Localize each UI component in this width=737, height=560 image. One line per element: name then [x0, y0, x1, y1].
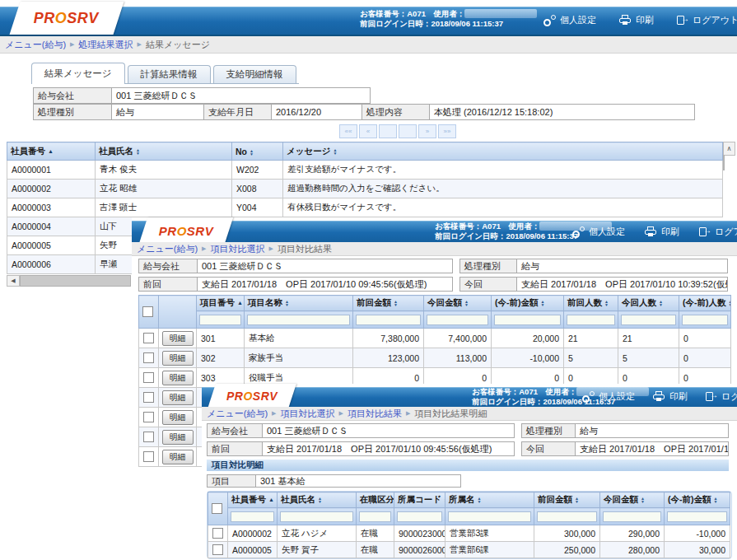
select-all-checkbox[interactable] [142, 306, 153, 317]
personal-settings-button[interactable]: 個人設定 [572, 226, 625, 238]
select-all-checkbox[interactable] [212, 503, 222, 514]
table-row[interactable]: A0000002 立花 昭雄 X008 超過勤務時間の入力をご確認ください。 [7, 180, 723, 198]
logout-button[interactable]: →ログアウト [699, 226, 737, 238]
pager-next-button[interactable]: » [418, 124, 436, 138]
personal-settings-button[interactable]: 個人設定 [582, 390, 635, 403]
vertical-scrollbar[interactable]: ∧ [723, 142, 735, 217]
col-cur-amount[interactable]: 今回金額▲▼ [600, 492, 665, 508]
col-prev-count[interactable]: 前回人数▲▼ [564, 296, 618, 311]
table-row[interactable]: A0000002 立花 ハジメ 在職 9000023000 営業部3課 300,… [208, 525, 730, 542]
breadcrumb-menu[interactable]: メニュー(給与) [137, 243, 198, 255]
horizontal-scrollbar[interactable]: ◀ [7, 275, 131, 287]
row-checkbox[interactable] [143, 372, 154, 383]
filter-input[interactable] [494, 315, 561, 325]
filter-cur-count [618, 311, 679, 329]
pager-last-button[interactable]: »» [438, 124, 456, 138]
col-prev-amount[interactable]: 前回金額▲▼ [534, 492, 600, 508]
filter-input[interactable] [448, 511, 531, 522]
detail-button[interactable]: 明細 [162, 351, 194, 366]
row-checkbox[interactable] [143, 352, 154, 363]
print-button[interactable]: 印刷 [653, 390, 688, 403]
col-item-name[interactable]: 項目名称▲▼ [245, 296, 353, 311]
col-cur-count[interactable]: 今回人数▲▼ [618, 296, 679, 311]
filter-input[interactable] [567, 315, 615, 325]
personal-settings-button[interactable]: 個人設定 [543, 14, 596, 26]
breadcrumb-process-select[interactable]: 処理結果選択 [79, 39, 133, 51]
col-diff-amount[interactable]: (今-前)金額▲▼ [665, 492, 730, 508]
col-employee-id[interactable]: 社員番号▲ [7, 142, 96, 161]
filter-input[interactable] [247, 315, 350, 325]
row-checkbox[interactable] [212, 528, 223, 539]
cell-employee-name: 立花 昭雄 [96, 180, 232, 198]
table-row[interactable]: A0000001 青木 俊夫 W202 差引支給額がマイナスです。 [7, 161, 723, 180]
row-checkbox[interactable] [143, 392, 154, 403]
tab-calc-result[interactable]: 計算結果情報 [128, 65, 211, 83]
filter-input[interactable] [280, 511, 353, 522]
scrollbar-thumb[interactable] [20, 275, 131, 287]
filter-input[interactable] [667, 511, 727, 522]
col-employee-name[interactable]: 社員氏名▲▼ [96, 142, 232, 161]
row-checkbox[interactable] [143, 451, 154, 462]
filter-input[interactable] [359, 511, 391, 522]
table-row[interactable]: 明細 301 基本給 7,380,000 7,400,000 20,000 21… [139, 329, 731, 348]
pager-page-button[interactable] [379, 124, 397, 138]
filter-input[interactable] [397, 511, 442, 522]
col-message[interactable]: メッセージ▲▼ [283, 142, 723, 161]
row-checkbox[interactable] [143, 412, 154, 422]
logout-button[interactable]: →ログアウト [677, 14, 737, 26]
col-employment-status[interactable]: 在職区分▲▼ [357, 492, 394, 508]
logout-button[interactable]: →ログアウト [706, 390, 737, 403]
row-checkbox[interactable] [143, 432, 154, 442]
process-content-label: 処理内容 [362, 104, 430, 120]
cell-employee-name: 矢野 賀子 [278, 542, 357, 558]
scrollbar-thumb[interactable] [723, 155, 725, 170]
filter-input[interactable] [537, 511, 597, 522]
user-label: 使用者： [508, 222, 539, 231]
col-diff-amount[interactable]: (今-前)金額▲▼ [492, 296, 564, 311]
col-no[interactable]: No▲▼ [232, 142, 283, 161]
breadcrumb-item-compare-select[interactable]: 項目対比選択 [211, 243, 265, 255]
table-row[interactable]: A0000005 矢野 賀子 在職 9000026000 営業部6課 250,0… [208, 542, 730, 558]
filter-input[interactable] [682, 315, 728, 325]
scroll-up-icon[interactable]: ∧ [723, 142, 735, 156]
col-diff-count[interactable]: (今-前)人数▲▼ [679, 296, 731, 311]
table-row[interactable]: 明細 302 家族手当 123,000 113,000 -10,000 5 5 … [139, 348, 731, 368]
tab-result-message[interactable]: 結果メッセージ [31, 63, 125, 84]
pager-prev-button[interactable]: « [359, 124, 377, 138]
col-item-no[interactable]: 項目番号▲ [197, 296, 245, 311]
pager-page-button[interactable] [399, 124, 417, 138]
row-checkbox[interactable] [143, 333, 154, 343]
filter-input[interactable] [603, 511, 661, 522]
detail-button[interactable]: 明細 [162, 450, 194, 464]
filter-employment-status [357, 508, 394, 525]
filter-input[interactable] [199, 315, 241, 325]
personal-settings-label: 個人設定 [560, 14, 596, 26]
breadcrumb-item-compare-result[interactable]: 項目対比結果 [348, 408, 402, 420]
detail-button[interactable]: 明細 [162, 390, 194, 405]
breadcrumb-menu[interactable]: メニュー(給与) [5, 39, 66, 51]
detail-button[interactable]: 明細 [162, 410, 194, 425]
col-dept-name[interactable]: 所属名▲▼ [445, 492, 534, 508]
filter-input[interactable] [356, 315, 421, 325]
breadcrumb-item-compare-select[interactable]: 項目対比選択 [281, 408, 335, 420]
detail-button[interactable]: 明細 [162, 371, 194, 385]
breadcrumb-menu[interactable]: メニュー(給与) [207, 408, 268, 420]
table-row[interactable]: A0000003 吉澤 顕士 Y004 有休残日数がマイナスです。 [7, 198, 723, 217]
detail-button[interactable]: 明細 [162, 331, 194, 346]
row-checkbox[interactable] [212, 544, 223, 555]
col-employee-name[interactable]: 社員氏名▲▼ [278, 492, 357, 508]
print-button[interactable]: 印刷 [645, 226, 679, 238]
filter-input[interactable] [621, 315, 676, 325]
filter-employee-name [278, 508, 357, 525]
col-prev-amount[interactable]: 前回金額▲▼ [353, 296, 424, 311]
print-button[interactable]: 印刷 [619, 14, 654, 26]
pager-first-button[interactable]: «« [339, 124, 357, 138]
col-employee-id[interactable]: 社員番号▲ [228, 492, 278, 508]
col-cur-amount[interactable]: 今回金額▲▼ [424, 296, 492, 311]
filter-input[interactable] [427, 315, 488, 325]
filter-input[interactable] [231, 511, 274, 522]
detail-button[interactable]: 明細 [162, 430, 194, 445]
tab-payment-detail[interactable]: 支給明細情報 [213, 65, 296, 83]
scroll-left-icon[interactable]: ◀ [7, 275, 20, 287]
col-dept-code[interactable]: 所属コード▲▼ [394, 492, 445, 508]
